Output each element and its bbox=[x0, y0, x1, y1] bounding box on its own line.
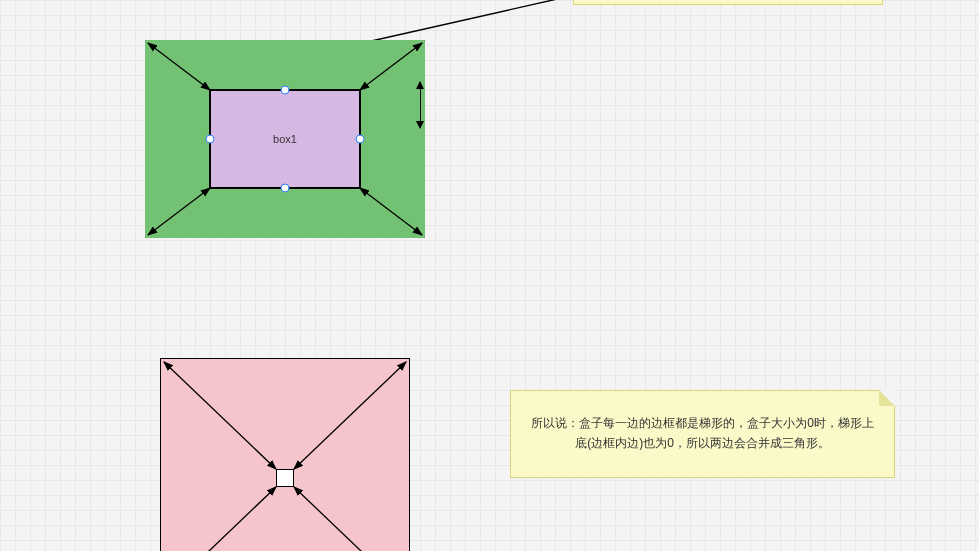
selection-handle[interactable] bbox=[356, 135, 365, 144]
box2-diagram[interactable] bbox=[160, 358, 410, 551]
box2-center-square bbox=[276, 469, 294, 487]
box1-dimension-arrow bbox=[420, 82, 421, 128]
note-bottom-text: 所以说：盒子每一边的边框都是梯形的，盒子大小为0时，梯形上底(边框内边)也为0，… bbox=[531, 416, 874, 450]
box2-rect bbox=[160, 358, 410, 551]
note-fold-icon bbox=[879, 390, 895, 406]
box1-label: box1 bbox=[273, 133, 297, 145]
note-top bbox=[573, 0, 883, 5]
box1-inner-rect: box1 bbox=[210, 90, 360, 188]
box1-diagram[interactable]: box1 bbox=[145, 40, 425, 238]
selection-handle[interactable] bbox=[281, 86, 290, 95]
selection-handle[interactable] bbox=[281, 184, 290, 193]
selection-handle[interactable] bbox=[206, 135, 215, 144]
note-bottom[interactable]: 所以说：盒子每一边的边框都是梯形的，盒子大小为0时，梯形上底(边框内边)也为0，… bbox=[510, 390, 895, 478]
